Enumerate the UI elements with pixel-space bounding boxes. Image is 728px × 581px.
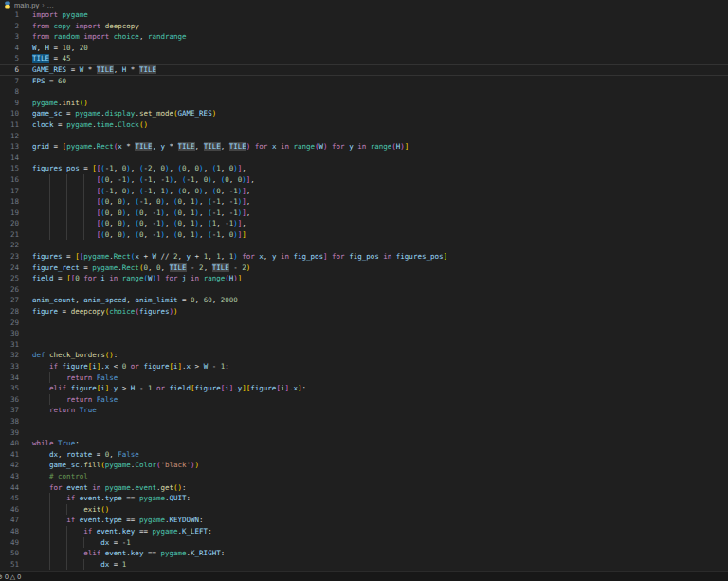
- code-line[interactable]: 30: [0, 328, 728, 339]
- code-line[interactable]: 10game_sc = pygame.display.set_mode(GAME…: [0, 108, 728, 119]
- code-line[interactable]: 23figures = [[pygame.Rect(x + W // 2, y …: [0, 251, 728, 263]
- code-line[interactable]: 27anim_count, anim_speed, anim_limit = 0…: [0, 295, 728, 306]
- line-number: 10: [0, 108, 19, 119]
- code-text: grid = [pygame.Rect(x * TILE, y * TILE, …: [19, 141, 728, 153]
- code-text: [19, 284, 728, 296]
- code-line[interactable]: 7FPS = 60: [0, 76, 728, 87]
- code-line[interactable]: 16 [(0, -1), (-1, -1), (-1, 0), (0, 0)],: [0, 174, 728, 186]
- indent-guide: [83, 174, 84, 186]
- line-number: 15: [0, 163, 19, 174]
- indent-guide: [49, 186, 50, 197]
- code-text: dx = 1: [19, 559, 728, 571]
- code-line[interactable]: 50 elif event.key == pygame.K_RIGHT:: [0, 548, 728, 559]
- code-text: [19, 427, 728, 439]
- code-text: if event.key == pygame.K_LEFT:: [19, 526, 728, 537]
- code-line[interactable]: 9pygame.init(): [0, 98, 728, 109]
- status-bar: ⊘ 0 △ 0: [0, 571, 728, 581]
- indent-guide: [66, 537, 67, 549]
- indent-guide: [66, 196, 67, 208]
- indent-guide: [49, 218, 50, 229]
- code-text: from copy import deepcopy: [19, 21, 728, 32]
- code-line[interactable]: 22: [0, 240, 728, 251]
- code-line[interactable]: 34 return False: [0, 372, 728, 384]
- code-line[interactable]: 20 [(0, 0), (0, -1), (0, 1), (1, -1)],: [0, 218, 728, 229]
- breadcrumb-symbol-ellipsis[interactable]: …: [47, 1, 55, 9]
- indent-guide: [66, 504, 67, 516]
- code-text: [19, 131, 728, 142]
- code-line[interactable]: 44 for event in pygame.event.get():: [0, 482, 728, 494]
- code-text: pygame.init(): [19, 98, 728, 109]
- code-text: # control: [19, 471, 728, 482]
- code-line[interactable]: 12: [0, 131, 728, 142]
- indent-guide: [83, 186, 84, 197]
- code-line[interactable]: 38: [0, 416, 728, 427]
- code-line[interactable]: 33 if figure[i].x < 0 or figure[i].x > W…: [0, 361, 728, 372]
- code-line[interactable]: 19 [(0, 0), (0, -1), (0, 1), (-1, -1)],: [0, 208, 728, 219]
- indent-guide: [83, 559, 84, 571]
- breadcrumb-file[interactable]: main.py: [14, 1, 39, 9]
- code-line[interactable]: 49 dx = -1: [0, 537, 728, 549]
- line-number: 33: [0, 361, 19, 372]
- code-line[interactable]: 43 # control: [0, 471, 728, 482]
- code-line[interactable]: 46 exit(): [0, 504, 728, 516]
- warning-triangle-icon: △: [10, 573, 15, 580]
- code-line[interactable]: 47 if event.type == pygame.KEYDOWN:: [0, 515, 728, 526]
- code-line[interactable]: 48 if event.key == pygame.K_LEFT:: [0, 526, 728, 537]
- code-editor[interactable]: 1import pygame2from copy import deepcopy…: [0, 9, 728, 571]
- code-text: [(0, 0), (0, -1), (0, 1), (-1, 0)]]: [19, 229, 728, 241]
- chevron-right-icon: ›: [42, 2, 44, 9]
- code-line[interactable]: 51 dx = 1: [0, 559, 728, 571]
- line-number: 12: [0, 131, 19, 142]
- code-text: [19, 318, 728, 329]
- code-text: figures_pos = [[(-1, 0), (-2, 0), (0, 0)…: [19, 163, 728, 174]
- code-line[interactable]: 26: [0, 284, 728, 296]
- code-text: [(-1, 0), (-1, 1), (0, 0), (0, -1)],: [19, 186, 728, 197]
- code-line[interactable]: 4W, H = 10, 20: [0, 43, 728, 54]
- code-line[interactable]: 45 if event.type == pygame.QUIT:: [0, 493, 728, 504]
- code-line[interactable]: 6GAME_RES = W * TILE, H * TILE: [0, 64, 728, 76]
- code-line[interactable]: 25field = [[0 for i in range(W)] for j i…: [0, 273, 728, 284]
- code-text: elif figure[i].y > H - 1 or field[figure…: [19, 383, 728, 394]
- code-line[interactable]: 39: [0, 427, 728, 439]
- code-line[interactable]: 14: [0, 153, 728, 164]
- indent-guide: [66, 208, 67, 219]
- code-line[interactable]: 2from copy import deepcopy: [0, 21, 728, 32]
- code-line[interactable]: 31: [0, 339, 728, 351]
- indent-guide: [49, 548, 50, 559]
- code-line[interactable]: 24figure_rect = pygame.Rect(0, 0, TILE -…: [0, 263, 728, 274]
- code-line[interactable]: 29: [0, 318, 728, 329]
- code-line[interactable]: 32def check_borders():: [0, 350, 728, 361]
- indent-guide: [83, 196, 84, 208]
- code-text: [19, 86, 728, 98]
- code-line[interactable]: 41 dx, rotate = 0, False: [0, 449, 728, 461]
- code-line[interactable]: 28figure = deepcopy(choice(figures)): [0, 306, 728, 318]
- code-text: if event.type == pygame.QUIT:: [19, 493, 728, 504]
- line-number: 16: [0, 174, 19, 186]
- code-line[interactable]: 42 game_sc.fill(pygame.Color('black')): [0, 460, 728, 471]
- problems-indicator[interactable]: ⊘ 0 △ 0: [0, 573, 23, 580]
- line-number: 48: [0, 526, 19, 537]
- code-line[interactable]: 40while True:: [0, 438, 728, 449]
- code-line[interactable]: 5TILE = 45: [0, 53, 728, 64]
- code-line[interactable]: 21 [(0, 0), (0, -1), (0, 1), (-1, 0)]]: [0, 229, 728, 241]
- indent-guide: [49, 372, 50, 384]
- line-number: 8: [0, 86, 19, 98]
- code-line[interactable]: 13grid = [pygame.Rect(x * TILE, y * TILE…: [0, 141, 728, 153]
- indent-guide: [49, 208, 50, 219]
- error-circle-icon: ⊘: [0, 573, 3, 580]
- code-line[interactable]: 15figures_pos = [[(-1, 0), (-2, 0), (0, …: [0, 163, 728, 174]
- code-line[interactable]: 36 return False: [0, 394, 728, 406]
- line-number: 45: [0, 493, 19, 504]
- code-line[interactable]: 18 [(0, 0), (-1, 0), (0, 1), (-1, -1)],: [0, 196, 728, 208]
- code-text: import pygame: [19, 9, 728, 21]
- code-line[interactable]: 1import pygame: [0, 9, 728, 21]
- code-text: [19, 153, 728, 164]
- code-line[interactable]: 3from random import choice, randrange: [0, 31, 728, 43]
- code-line[interactable]: 17 [(-1, 0), (-1, 1), (0, 0), (0, -1)],: [0, 186, 728, 197]
- code-line[interactable]: 11clock = pygame.time.Clock(): [0, 119, 728, 131]
- code-line[interactable]: 35 elif figure[i].y > H - 1 or field[fig…: [0, 383, 728, 394]
- code-line[interactable]: 8: [0, 86, 728, 98]
- code-text: anim_count, anim_speed, anim_limit = 0, …: [19, 295, 728, 306]
- indent-guide: [49, 537, 50, 549]
- code-line[interactable]: 37 return True: [0, 405, 728, 416]
